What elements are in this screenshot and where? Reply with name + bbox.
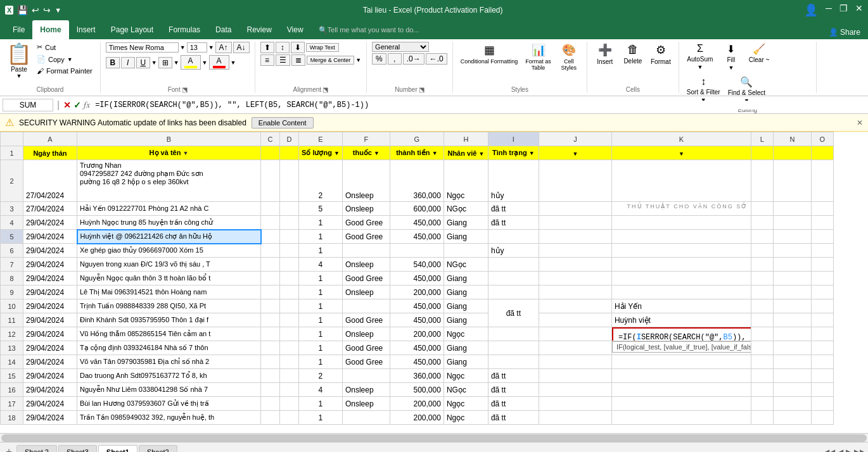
cell-F17[interactable]: Onsleep	[342, 397, 390, 411]
row-header-1[interactable]: 1	[1, 146, 23, 160]
cell-A10[interactable]: 29/04/2024	[23, 299, 77, 313]
cell-L9[interactable]	[751, 286, 773, 299]
cell-N16[interactable]	[773, 383, 811, 397]
cell-B3[interactable]: Hải Yến 0912227701 Phòng 21 A2 nhà C	[77, 202, 261, 216]
cell-F13[interactable]: Good Gree	[342, 341, 390, 355]
font-color-button[interactable]: A	[209, 55, 229, 70]
sheet-tab-sheet1[interactable]: Sheet1	[98, 445, 137, 453]
cell-K2[interactable]	[611, 160, 751, 202]
row-header-6[interactable]: 6	[1, 244, 23, 258]
row-header-11[interactable]: 11	[1, 313, 23, 327]
insert-btn[interactable]: ➕ Insert	[592, 42, 618, 66]
cell-N15[interactable]	[773, 369, 811, 383]
row-header-15[interactable]: 15	[1, 369, 23, 383]
bold-button[interactable]: B	[106, 57, 120, 68]
cell-E10[interactable]: 1	[299, 299, 343, 313]
col-header-E[interactable]: E	[299, 132, 343, 146]
cell-O6[interactable]	[811, 244, 833, 258]
cell-A9[interactable]: 29/04/2024	[23, 286, 77, 299]
cell-C4[interactable]	[261, 216, 280, 230]
border-button[interactable]: ⊞	[158, 57, 172, 68]
cell-F9[interactable]: Onsleep	[342, 286, 390, 299]
cell-D14[interactable]	[280, 355, 299, 369]
sheet-tab-sheet2[interactable]: Sheet 2	[16, 445, 57, 452]
col-header-L[interactable]: L	[751, 132, 773, 146]
cell-H18[interactable]: Ngọc	[444, 411, 488, 425]
paste-button[interactable]: 📋 Paste ▼	[5, 42, 33, 79]
cell-D6[interactable]	[280, 244, 299, 258]
cell-E16[interactable]: 4	[299, 383, 343, 397]
cell-E15[interactable]: 2	[299, 369, 343, 383]
cell-O17[interactable]	[811, 397, 833, 411]
cell-L3[interactable]	[751, 202, 773, 216]
cell-L13[interactable]	[751, 341, 773, 355]
cell-D17[interactable]	[280, 397, 299, 411]
cell-F11[interactable]: Good Gree	[342, 313, 390, 327]
cell-O12[interactable]	[811, 327, 833, 341]
cell-L8[interactable]	[751, 272, 773, 286]
cell-C18[interactable]	[261, 411, 280, 425]
cell-C13[interactable]	[261, 341, 280, 355]
cell-G17[interactable]: 200,000	[390, 397, 444, 411]
fill-color-button[interactable]: A	[181, 55, 201, 70]
cell-N5[interactable]	[773, 230, 811, 244]
cell-N7[interactable]	[773, 258, 811, 272]
cell-K8[interactable]	[611, 272, 751, 286]
cell-O7[interactable]	[811, 258, 833, 272]
cell-G9[interactable]: 200,000	[390, 286, 444, 299]
cell-N18[interactable]	[773, 411, 811, 425]
close-button[interactable]: ✕	[855, 3, 863, 17]
cell-J11[interactable]	[539, 313, 611, 327]
cell-E14[interactable]: 1	[299, 355, 343, 369]
cell-O18[interactable]	[811, 411, 833, 425]
cell-G8[interactable]: 450,000	[390, 272, 444, 286]
cell-C10[interactable]	[261, 299, 280, 313]
cell-F18[interactable]	[342, 411, 390, 425]
cell-D18[interactable]	[280, 411, 299, 425]
cell-B13[interactable]: Tạ cộng định 0393246184 Nhà số 7 thôn	[77, 341, 261, 355]
cell-E17[interactable]: 1	[299, 397, 343, 411]
cell-A14[interactable]: 29/04/2024	[23, 355, 77, 369]
sheet-tab-sheet2b[interactable]: Sheet2	[139, 445, 177, 452]
cell-L4[interactable]	[751, 216, 773, 230]
alignment-dialog-launcher[interactable]: ⬔	[322, 86, 328, 93]
cell-O10[interactable]	[811, 299, 833, 313]
cell-styles-btn[interactable]: 🎨 CellStyles	[556, 42, 582, 72]
cell-K16[interactable]	[611, 383, 751, 397]
cell-A5[interactable]: 29/04/2024	[23, 230, 77, 244]
font-size-input[interactable]	[187, 42, 207, 53]
align-left-btn[interactable]: ≡	[260, 54, 274, 66]
cell-K9[interactable]	[611, 286, 751, 299]
cell-F5[interactable]: Good Gree	[342, 230, 390, 244]
cell-H4[interactable]: Giang	[444, 216, 488, 230]
cell-E11[interactable]: 1	[299, 313, 343, 327]
cell-O15[interactable]	[811, 369, 833, 383]
cell-L10[interactable]	[751, 299, 773, 313]
cell-A11[interactable]: 29/04/2024	[23, 313, 77, 327]
cell-G13[interactable]: 450,000	[390, 341, 444, 355]
scroll-left-tab[interactable]: ◀◀	[824, 448, 835, 453]
col-header-C[interactable]: C	[261, 132, 280, 146]
cell-H9[interactable]: Giang	[444, 286, 488, 299]
cell-D11[interactable]	[280, 313, 299, 327]
cell-F1[interactable]: thuốc ▼	[342, 146, 390, 160]
cell-B10[interactable]: Trịnh Tuấn 0988848339 288 QI50, Xã Pt	[77, 299, 261, 313]
comma-btn[interactable]: ,	[388, 53, 402, 65]
cell-F6[interactable]	[342, 244, 390, 258]
merge-center-btn[interactable]: Merge & Center	[307, 56, 355, 65]
cell-A4[interactable]: 29/04/2024	[23, 216, 77, 230]
share-button[interactable]: 👤 Share	[821, 25, 868, 39]
row-header-9[interactable]: 9	[1, 286, 23, 299]
cell-D4[interactable]	[280, 216, 299, 230]
cell-C12[interactable]	[261, 327, 280, 341]
cell-H3[interactable]: NGọc	[444, 202, 488, 216]
conditional-formatting-btn[interactable]: ▦ Conditional Formatting	[458, 42, 521, 66]
cell-C17[interactable]	[261, 397, 280, 411]
cell-N9[interactable]	[773, 286, 811, 299]
confirm-formula-icon[interactable]: ✓	[73, 100, 81, 110]
cell-C11[interactable]	[261, 313, 280, 327]
decrease-decimal-btn[interactable]: ←.0	[426, 53, 447, 65]
font-dialog-launcher[interactable]: ⬔	[182, 86, 188, 93]
col-header-H[interactable]: H	[444, 132, 488, 146]
cell-K11[interactable]: Huỳnh việt	[611, 313, 751, 327]
